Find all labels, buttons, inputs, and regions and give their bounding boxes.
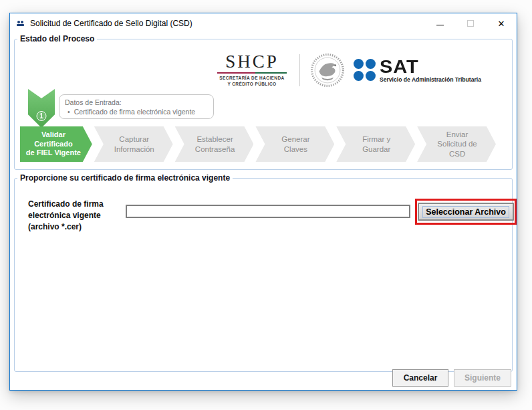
minimize-button[interactable] — [424, 13, 455, 33]
certificate-file-input[interactable] — [126, 205, 410, 218]
maximize-icon — [467, 20, 474, 27]
shcp-acronym: SHCP — [225, 53, 279, 71]
sat-subtitle: Servicio de Administración Tributaria — [380, 76, 481, 83]
input-data-title: Datos de Entrada: — [65, 98, 208, 107]
shcp-flag-line — [217, 72, 287, 74]
step-4-generar-claves: Generar Claves — [255, 126, 334, 162]
app-window: Solicitud de Certificado de Sello Digita… — [9, 13, 517, 391]
select-file-button-label: Seleccionar Archivo — [422, 206, 509, 218]
mexico-seal-icon — [309, 52, 346, 88]
shcp-logo: SHCP SECRETARÍA DE HACIENDA Y CRÉDITO PÚ… — [211, 53, 293, 88]
next-button: Siguiente — [454, 369, 511, 387]
input-data-box: Datos de Entrada: • Certificado de firma… — [59, 94, 214, 119]
certificate-field-label: Certificado de firma electrónica vigente… — [28, 199, 128, 232]
title-bar: Solicitud de Certificado de Sello Digita… — [10, 13, 517, 33]
close-button[interactable]: ✕ — [486, 13, 517, 33]
footer-actions: Cancelar Siguiente — [392, 369, 511, 387]
wizard-steps: Validar Certificado de FIEL Vigente Capt… — [20, 126, 496, 162]
sat-logo: SAT Servicio de Administración Tributari… — [354, 58, 481, 82]
shcp-subtitle: SECRETARÍA DE HACIENDA Y CRÉDITO PÚBLICO — [219, 76, 284, 88]
highlight-annotation-box: Seleccionar Archivo — [415, 199, 517, 225]
bullet-icon: • — [68, 107, 70, 116]
window-title: Solicitud de Certificado de Sello Digita… — [30, 19, 192, 28]
step-1-badge-icon: 1 — [28, 89, 55, 128]
step-6-enviar-solicitud-csd: Enviar Solicitud de CSD — [417, 126, 496, 162]
step-1-validar-certificado: Validar Certificado de FIEL Vigente — [20, 126, 92, 162]
step-2-capturar-informacion: Capturar Información — [94, 126, 173, 162]
process-group-title: Estado del Proceso — [17, 34, 97, 43]
close-icon: ✕ — [498, 19, 505, 28]
process-status-groupbox: Estado del Proceso SHCP SECRETARÍA DE HA… — [14, 39, 513, 170]
sat-acronym: SAT — [380, 58, 481, 75]
certificate-form-groupbox: Proporcione su certificado de firma elec… — [14, 178, 513, 372]
input-data-bullet-text: Certificado de firma electrónica vigente — [74, 107, 196, 116]
cancel-button[interactable]: Cancelar — [392, 369, 448, 387]
logos-row: SHCP SECRETARÍA DE HACIENDA Y CRÉDITO PÚ… — [211, 50, 481, 90]
desktop-background: Solicitud de Certificado de Sello Digita… — [0, 0, 532, 410]
form-group-title: Proporcione su certificado de firma elec… — [17, 173, 233, 183]
step-3-establecer-contrasena: Establecer Contraseña — [175, 126, 254, 162]
window-controls: ✕ — [424, 13, 517, 33]
step-5-firmar-y-guardar: Firmar y Guardar — [336, 126, 415, 162]
sat-dots-icon — [354, 59, 376, 81]
minimize-icon — [436, 25, 444, 25]
logo-divider — [299, 54, 300, 86]
step-badge-number: 1 — [37, 111, 47, 121]
select-file-button[interactable]: Seleccionar Archivo — [418, 203, 514, 221]
app-icon — [15, 18, 25, 29]
maximize-button — [455, 13, 486, 33]
